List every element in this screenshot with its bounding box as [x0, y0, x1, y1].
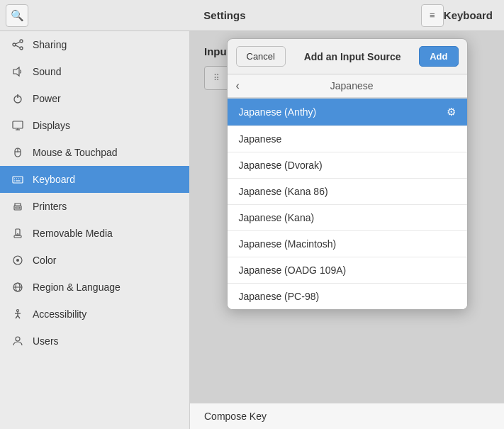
sidebar-label-accessibility: Accessibility: [33, 308, 86, 320]
svg-point-28: [16, 259, 19, 262]
sidebar-item-keyboard[interactable]: Keyboard: [0, 166, 189, 193]
gear-icon-0: ⚙: [447, 106, 456, 118]
svg-marker-5: [13, 67, 19, 76]
svg-point-2: [20, 47, 23, 50]
region-icon: [11, 281, 24, 294]
add-input-source-modal: Cancel Add an Input Source Add ‹ Japanes…: [227, 38, 468, 310]
accessibility-icon: [11, 308, 24, 321]
sidebar-item-mouse[interactable]: Mouse & Touchpad: [0, 139, 189, 166]
sidebar-label-mouse: Mouse & Touchpad: [33, 147, 118, 158]
modal-overlay: Cancel Add an Input Source Add ‹ Japanes…: [190, 31, 504, 429]
search-button[interactable]: 🔍: [6, 4, 28, 27]
compose-key-row: Compose Key: [190, 403, 504, 429]
header-title: Settings: [28, 9, 421, 21]
color-icon: [11, 254, 24, 267]
list-item-label-7: Japanese (PC-98): [239, 291, 320, 302]
sidebar-label-displays: Displays: [33, 120, 70, 131]
sidebar-item-removable[interactable]: Removable Media: [0, 220, 189, 247]
svg-point-37: [16, 337, 20, 341]
cancel-button[interactable]: Cancel: [236, 46, 286, 67]
sidebar-label-printers: Printers: [33, 201, 67, 212]
modal-nav: ‹ Japanese: [228, 74, 467, 98]
search-icon: 🔍: [11, 9, 24, 22]
sound-icon: [11, 65, 24, 78]
sidebar-item-users[interactable]: Users: [0, 328, 189, 355]
svg-rect-24: [16, 229, 20, 235]
list-item-6[interactable]: Japanese (OADG 109A): [228, 257, 467, 284]
removable-icon: [11, 227, 24, 240]
modal-header: Cancel Add an Input Source Add: [228, 39, 467, 74]
svg-point-32: [17, 310, 19, 312]
sidebar: Sharing Sound Power: [0, 31, 190, 429]
sidebar-label-removable: Removable Media: [33, 228, 113, 239]
compose-key-label: Compose Key: [204, 411, 267, 422]
svg-point-25: [17, 234, 18, 235]
sidebar-item-region[interactable]: Region & Language: [0, 274, 189, 301]
svg-rect-14: [13, 177, 23, 183]
modal-title: Add an Input Source: [291, 51, 413, 62]
list-item-label-3: Japanese (Kana 86): [239, 186, 328, 197]
svg-rect-26: [14, 235, 21, 238]
list-item-label-0: Japanese (Anthy): [239, 106, 317, 118]
users-icon: [11, 335, 24, 347]
list-item-label-1: Japanese: [239, 133, 282, 145]
power-icon: [11, 92, 24, 105]
sidebar-item-accessibility[interactable]: Accessibility: [0, 301, 189, 328]
svg-point-0: [20, 40, 23, 43]
sidebar-item-sharing[interactable]: Sharing: [0, 31, 189, 58]
sidebar-label-power: Power: [33, 93, 61, 104]
list-item-3[interactable]: Japanese (Kana 86): [228, 179, 467, 205]
main-layout: Sharing Sound Power: [0, 31, 504, 429]
back-arrow-icon[interactable]: ‹: [236, 80, 240, 91]
list-item-label-4: Japanese (Kana): [239, 212, 315, 223]
nav-label: Japanese: [245, 80, 459, 91]
add-button[interactable]: Add: [419, 46, 458, 67]
list-item-label-2: Japanese (Dvorak): [239, 160, 323, 171]
mouse-icon: [11, 146, 24, 159]
list-item-2[interactable]: Japanese (Dvorak): [228, 152, 467, 179]
svg-point-1: [13, 43, 16, 46]
svg-rect-8: [13, 121, 23, 128]
menu-button[interactable]: ≡: [421, 4, 444, 27]
svg-rect-23: [16, 207, 20, 208]
sidebar-label-sound: Sound: [33, 66, 61, 77]
sidebar-item-displays[interactable]: Displays: [0, 112, 189, 139]
display-icon: [11, 119, 24, 132]
list-item-1[interactable]: Japanese: [228, 126, 467, 152]
sidebar-item-power[interactable]: Power: [0, 85, 189, 112]
sidebar-label-users: Users: [33, 335, 59, 347]
page-title: Keyboard: [444, 9, 498, 21]
sidebar-label-sharing: Sharing: [33, 39, 67, 50]
printer-icon: [11, 200, 24, 213]
svg-line-4: [16, 45, 20, 48]
svg-line-3: [16, 42, 20, 44]
list-item-label-6: Japanese (OADG 109A): [239, 264, 347, 276]
sidebar-item-color[interactable]: Color: [0, 247, 189, 274]
svg-line-35: [16, 316, 18, 318]
modal-list: Japanese (Anthy) ⚙ Japanese Japanese (Dv…: [228, 98, 467, 309]
content-area: Input Sources ⠿ English (US) Cancel Add …: [190, 31, 504, 429]
share-icon: [11, 38, 24, 51]
sidebar-label-color: Color: [33, 255, 56, 266]
app-header: 🔍 Settings ≡ Keyboard: [0, 0, 504, 31]
sidebar-item-printers[interactable]: Printers: [0, 193, 189, 220]
menu-icon: ≡: [430, 10, 435, 21]
list-item-label-5: Japanese (Macintosh): [239, 238, 337, 250]
list-item-0[interactable]: Japanese (Anthy) ⚙: [228, 99, 467, 126]
sidebar-label-keyboard: Keyboard: [33, 174, 75, 185]
sidebar-label-region: Region & Language: [33, 282, 121, 293]
list-item-5[interactable]: Japanese (Macintosh): [228, 231, 467, 257]
list-item-4[interactable]: Japanese (Kana): [228, 205, 467, 231]
svg-line-36: [18, 316, 20, 318]
sidebar-item-sound[interactable]: Sound: [0, 58, 189, 85]
keyboard-icon: [11, 173, 24, 186]
list-item-7[interactable]: Japanese (PC-98): [228, 284, 467, 309]
